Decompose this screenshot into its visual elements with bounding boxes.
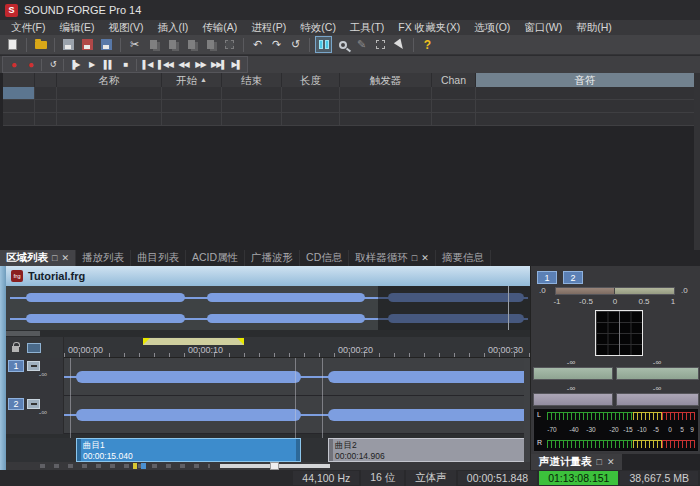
redo-button[interactable]: ↷ xyxy=(268,36,285,53)
float-window-button[interactable]: □ xyxy=(52,253,57,263)
edit-tool-icon[interactable] xyxy=(27,343,41,353)
zoom-slider-thumb[interactable] xyxy=(270,462,279,470)
menu-item-tools[interactable]: 工具(T) xyxy=(343,20,391,35)
undo-button[interactable]: ↶ xyxy=(249,36,266,53)
paste-mix-button[interactable] xyxy=(202,36,219,53)
region-list-scrollbar[interactable] xyxy=(694,73,700,250)
menu-item-edit[interactable]: 编辑(E) xyxy=(52,20,101,35)
overview-scroll-thumb[interactable] xyxy=(6,331,40,336)
overview-pane[interactable] xyxy=(6,286,530,330)
pan-meter[interactable] xyxy=(555,287,675,295)
track-lane-2[interactable]: 2 -∞ xyxy=(6,396,530,434)
record-remote-button[interactable]: ● xyxy=(5,58,22,71)
track-lane-1[interactable]: 1 -∞ xyxy=(6,358,530,396)
loop-region-bar[interactable] xyxy=(143,338,244,345)
tab-playlist[interactable]: 播放列表 xyxy=(76,250,131,266)
tool-marker-icon[interactable] xyxy=(141,463,146,469)
column-header-name[interactable]: 名称 xyxy=(57,73,162,87)
column-header-note[interactable]: 音符 xyxy=(476,73,695,87)
close-panel-button[interactable]: ✕ xyxy=(421,253,429,263)
column-header-chan[interactable]: Chan xyxy=(432,73,476,87)
copy-button[interactable] xyxy=(145,36,162,53)
column-header-trigger[interactable]: 触发器 xyxy=(340,73,432,87)
float-window-button[interactable]: □ xyxy=(597,457,602,467)
menu-item-fx-favorites[interactable]: FX 收藏夹(X) xyxy=(391,20,467,35)
table-row[interactable] xyxy=(3,113,695,126)
record-button[interactable]: ● xyxy=(22,58,39,71)
marquee-select-button[interactable] xyxy=(372,36,389,53)
menu-item-transport[interactable]: 传输(A) xyxy=(195,20,244,35)
close-panel-button[interactable]: ✕ xyxy=(61,253,69,263)
play-all-button[interactable]: ▐▶ xyxy=(66,58,83,71)
menu-item-file[interactable]: 文件(F) xyxy=(4,20,52,35)
column-header-length[interactable]: 长度 xyxy=(282,73,340,87)
rewind-fast-button[interactable]: ▌◀◀ xyxy=(156,58,175,71)
overview-scrollbar[interactable] xyxy=(6,330,530,337)
repeat-button[interactable]: ↺ xyxy=(287,36,304,53)
transport-separator xyxy=(136,59,137,71)
clip-track2[interactable]: 曲目2 00:00:14.906 xyxy=(328,438,530,462)
meter-channel2-button[interactable]: 2 xyxy=(563,271,583,284)
sample-rate-field[interactable]: 44,100 Hz xyxy=(293,471,359,485)
wave-toolbar-icons[interactable] xyxy=(40,464,210,468)
new-file-button[interactable] xyxy=(4,36,21,53)
save-button[interactable] xyxy=(60,36,77,53)
audio-window-titlebar[interactable]: frg Tutorial.frg xyxy=(6,266,530,286)
clip-track1[interactable]: 曲目1 00:00:15.040 xyxy=(76,438,301,462)
menu-item-insert[interactable]: 插入(I) xyxy=(150,20,195,35)
tab-channel-meter[interactable]: 声道计量表 □ ✕ xyxy=(531,454,622,470)
column-header-start[interactable]: 开始 ▲ xyxy=(162,73,222,87)
tab-summary-info[interactable]: 摘要信息 xyxy=(436,250,491,266)
snap-marker-icon[interactable] xyxy=(133,463,137,469)
track1-gain-label[interactable]: -∞ xyxy=(39,370,47,379)
track1-number-button[interactable]: 1 xyxy=(8,360,24,372)
forward-fast-button[interactable]: ▶▶▌ xyxy=(209,58,228,71)
edit-cursor-button[interactable] xyxy=(391,36,408,53)
trim-button[interactable] xyxy=(221,36,238,53)
paste-button[interactable] xyxy=(164,36,181,53)
channel-mode-field[interactable]: 立体声 xyxy=(406,470,456,486)
close-panel-button[interactable]: ✕ xyxy=(607,457,615,467)
save-as-button[interactable] xyxy=(79,36,96,53)
play-button[interactable]: ▶ xyxy=(83,58,100,71)
tab-sampler-loop[interactable]: 取样器循环 □ ✕ xyxy=(349,250,435,266)
pause-button[interactable]: ▌▌ xyxy=(100,58,117,71)
zoom-slider[interactable] xyxy=(220,464,330,468)
menu-item-options[interactable]: 选项(O) xyxy=(467,20,517,35)
cut-button[interactable]: ✂ xyxy=(126,36,143,53)
meter-channel1-button[interactable]: 1 xyxy=(537,271,557,284)
stop-button[interactable]: ■ xyxy=(117,58,134,71)
whats-this-help-button[interactable]: ? xyxy=(419,36,436,53)
forward-button[interactable]: ▶▶ xyxy=(192,58,209,71)
bit-depth-field[interactable]: 16 位 xyxy=(361,470,404,486)
menu-item-process[interactable]: 进程(P) xyxy=(244,20,293,35)
timeline-ruler[interactable]: 00:00:00 00:00:10 00:00:20 00:00:30 xyxy=(6,337,530,358)
paste-special-button[interactable] xyxy=(183,36,200,53)
channel-converter-button[interactable] xyxy=(315,36,332,53)
pencil-edit-button[interactable]: ✎ xyxy=(353,36,370,53)
selected-row-indicator[interactable] xyxy=(3,87,35,100)
go-to-start-button[interactable]: ▌◀ xyxy=(139,58,156,71)
menu-item-view[interactable]: 视图(V) xyxy=(101,20,150,35)
menu-item-window[interactable]: 窗口(W) xyxy=(517,20,569,35)
table-row[interactable] xyxy=(3,100,695,113)
tab-cd-info[interactable]: CD信息 xyxy=(300,250,349,266)
loop-playback-button[interactable]: ↺ xyxy=(44,58,61,71)
track2-gain-label[interactable]: -∞ xyxy=(39,408,47,417)
save-all-button[interactable] xyxy=(98,36,115,53)
tab-region-list[interactable]: 区域列表 □ ✕ xyxy=(0,250,76,266)
tab-broadcast-wave[interactable]: 广播波形 xyxy=(245,250,300,266)
rewind-button[interactable]: ◀◀ xyxy=(175,58,192,71)
zoom-selection-button[interactable] xyxy=(334,36,351,53)
menu-item-effects[interactable]: 特效(C) xyxy=(293,20,343,35)
open-button[interactable] xyxy=(32,36,49,53)
menu-item-help[interactable]: 帮助(H) xyxy=(569,20,619,35)
tab-track-list[interactable]: 曲目列表 xyxy=(131,250,186,266)
float-window-button[interactable]: □ xyxy=(412,253,417,263)
track2-number-button[interactable]: 2 xyxy=(8,398,24,410)
tab-acid-properties[interactable]: ACID属性 xyxy=(186,250,245,266)
table-row[interactable] xyxy=(3,87,695,100)
go-to-end-button[interactable]: ▶▌ xyxy=(228,58,245,71)
lock-icon[interactable] xyxy=(12,346,19,352)
column-header-end[interactable]: 结束 xyxy=(222,73,282,87)
